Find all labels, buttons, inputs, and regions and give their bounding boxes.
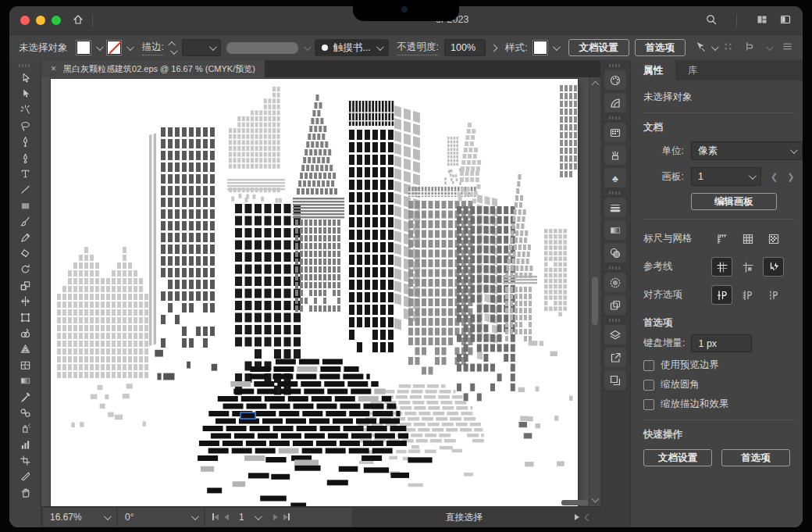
tool-direct-selection[interactable]	[14, 86, 36, 102]
graphic-styles-icon[interactable]	[604, 295, 626, 315]
stroke-panel-icon[interactable]	[604, 198, 626, 217]
appearance-icon[interactable]	[604, 273, 626, 292]
brush-preview[interactable]	[226, 42, 298, 54]
next-artboard-icon[interactable]: ❯	[787, 172, 794, 182]
rotation-dropdown[interactable]: 0°	[118, 508, 204, 527]
chevron-down-icon[interactable]	[552, 43, 560, 51]
tool-selection[interactable]	[14, 70, 36, 86]
close-window-button[interactable]	[20, 16, 30, 25]
chevron-left-icon[interactable]	[585, 513, 593, 521]
color-panel-icon[interactable]	[604, 70, 626, 90]
chevron-down-icon[interactable]	[95, 43, 103, 51]
transparency-icon[interactable]	[604, 243, 626, 262]
tool-magic-wand[interactable]	[14, 102, 36, 118]
tool-slice[interactable]	[14, 469, 36, 484]
snap-point-button[interactable]	[712, 286, 732, 304]
tool-width[interactable]	[14, 293, 36, 309]
tool-shape-builder[interactable]	[14, 325, 36, 341]
tool-hand[interactable]	[14, 484, 36, 500]
scroll-up-icon[interactable]	[592, 81, 600, 89]
tool-pencil[interactable]	[14, 230, 36, 245]
tools-grip[interactable]	[19, 64, 31, 67]
layers-icon[interactable]	[604, 325, 626, 345]
close-tab-icon[interactable]: ×	[51, 63, 56, 74]
tool-pen[interactable]	[14, 134, 36, 150]
tool-lasso[interactable]	[14, 118, 36, 134]
tool-blend[interactable]	[14, 405, 36, 420]
artboard-number[interactable]: 1	[239, 512, 244, 523]
artboard-canvas[interactable]	[51, 79, 578, 506]
keyboard-increment-field[interactable]: 1 px	[691, 334, 752, 352]
quick-document-setup-button[interactable]: 文档设置	[643, 449, 712, 466]
panel-toggle-icon[interactable]	[779, 13, 792, 28]
tool-line[interactable]	[14, 182, 36, 198]
zoom-window-button[interactable]	[52, 16, 61, 25]
prev-artboard-button[interactable]	[224, 512, 229, 523]
align-panel-icon[interactable]	[744, 41, 756, 55]
gradient-panel-icon[interactable]	[604, 220, 626, 240]
stroke-weight-field[interactable]	[182, 39, 221, 56]
chevron-down-icon[interactable]	[126, 43, 134, 51]
brushes-icon[interactable]	[604, 145, 626, 165]
smart-guides-button[interactable]	[738, 258, 757, 276]
swatches-icon[interactable]	[604, 123, 626, 142]
stroke-weight-stepper[interactable]	[169, 41, 176, 55]
artboard-select[interactable]: 1	[691, 167, 761, 186]
panel-group-grip[interactable]	[609, 64, 621, 67]
chevron-down-icon[interactable]	[304, 43, 312, 51]
panel-group-grip[interactable]	[609, 319, 621, 322]
first-artboard-button[interactable]	[212, 512, 219, 523]
snap-fast-button[interactable]	[764, 258, 783, 276]
home-icon[interactable]	[72, 13, 84, 28]
workspace-switcher-icon[interactable]	[756, 13, 768, 28]
style-swatch[interactable]	[533, 41, 547, 55]
guides-icon-button[interactable]	[712, 258, 732, 276]
tool-type[interactable]	[14, 166, 36, 181]
export-icon[interactable]	[604, 348, 626, 367]
horizontal-scroll-thumb[interactable]	[561, 500, 588, 505]
list-view-icon[interactable]	[782, 41, 793, 55]
tool-free-transform[interactable]	[14, 309, 36, 325]
fill-color-swatch[interactable]	[77, 41, 91, 55]
brush-definition-dropdown[interactable]: 触摸书...	[315, 39, 389, 56]
checkbox-2[interactable]	[643, 399, 654, 410]
symbols-icon[interactable]: ♣	[604, 168, 626, 187]
tool-curvature[interactable]	[14, 150, 36, 166]
pixel-grid-button[interactable]	[764, 230, 783, 248]
panel-group-grip[interactable]	[609, 266, 621, 270]
tool-graph[interactable]	[14, 437, 36, 452]
chevron-down-icon[interactable]	[711, 43, 719, 51]
tool-gradient[interactable]	[14, 373, 36, 388]
status-play-icon[interactable]	[575, 514, 579, 520]
quick-preferences-button[interactable]: 首选项	[721, 449, 790, 466]
tab-libraries[interactable]: 库	[675, 60, 710, 80]
edit-artboard-button[interactable]: 编辑画板	[691, 193, 777, 210]
checkbox-0[interactable]	[643, 360, 654, 371]
unit-select[interactable]: 像素	[691, 141, 803, 160]
corner-ruler-button[interactable]	[712, 230, 732, 248]
opacity-field[interactable]: 100%	[444, 39, 486, 56]
tool-perspective-grid[interactable]	[14, 341, 36, 357]
tool-mesh[interactable]	[14, 357, 36, 373]
search-icon[interactable]	[705, 13, 718, 28]
tool-eyedropper[interactable]	[14, 389, 36, 405]
artboard-list-icon[interactable]	[255, 512, 262, 520]
stroke-weight-label[interactable]: 描边:	[142, 41, 164, 55]
scroll-down-icon[interactable]	[592, 495, 600, 503]
tool-symbol-sprayer[interactable]	[14, 421, 36, 437]
tool-rotate[interactable]	[14, 262, 36, 277]
tool-rectangle[interactable]	[14, 198, 36, 213]
artboards-icon[interactable]	[604, 370, 626, 390]
snap-glyph-button[interactable]	[764, 286, 783, 304]
chevron-right-icon[interactable]	[490, 44, 498, 52]
select-similar-icon[interactable]	[694, 41, 706, 55]
preferences-button[interactable]: 首选项	[635, 39, 686, 56]
grid-icon-button[interactable]	[738, 230, 757, 248]
tool-eraser[interactable]	[14, 245, 36, 261]
vertical-scroll-thumb[interactable]	[592, 277, 598, 325]
tool-scale[interactable]	[14, 277, 36, 293]
vertical-scrollbar[interactable]	[589, 77, 600, 506]
next-artboard-button[interactable]	[273, 512, 278, 523]
zoom-level-dropdown[interactable]: 16.67%	[43, 508, 116, 527]
tool-paintbrush[interactable]	[14, 214, 36, 230]
